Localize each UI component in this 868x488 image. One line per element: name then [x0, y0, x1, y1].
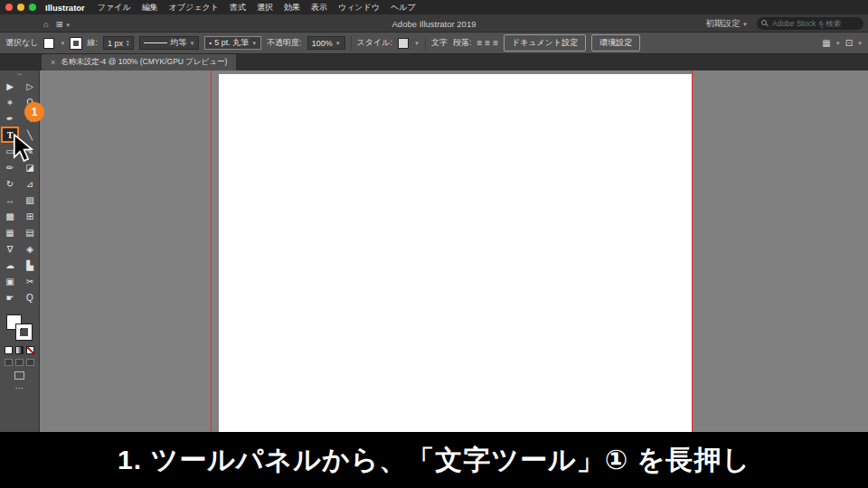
- canvas-area[interactable]: [40, 70, 868, 432]
- menu-effect[interactable]: 効果: [278, 2, 306, 14]
- stroke-proxy-swatch[interactable]: [16, 324, 32, 340]
- instruction-caption: 1. ツールパネルから、「文字ツール」① を長押し: [0, 432, 868, 488]
- document-tab-bar: × 名称未設定-4 @ 100% (CMYK/GPU プレビュー): [0, 54, 868, 70]
- rotate-tool-icon[interactable]: ↻: [1, 175, 19, 192]
- chevron-down-icon: ▼: [251, 41, 257, 46]
- menu-edit[interactable]: 編集: [137, 2, 164, 14]
- paragraph-label[interactable]: 段落:: [453, 37, 472, 49]
- none-button[interactable]: [26, 346, 34, 354]
- menu-file[interactable]: ファイル: [92, 2, 137, 14]
- workspace-panels-icon[interactable]: ⊡: [845, 38, 853, 48]
- graphic-style-swatch[interactable]: [398, 38, 409, 49]
- draw-inside-button[interactable]: [26, 359, 34, 366]
- app-menu-illustrator[interactable]: Illustrator: [45, 3, 85, 13]
- draw-behind-button[interactable]: [15, 359, 24, 366]
- fill-stroke-proxy: [6, 314, 33, 342]
- perspective-grid-tool-icon[interactable]: ⊞: [21, 208, 39, 224]
- chevron-down-icon: ▼: [742, 22, 748, 27]
- fill-color-swatch[interactable]: [43, 38, 54, 49]
- eyedropper-tool-icon[interactable]: ∇: [1, 240, 19, 257]
- selection-status-label: 選択なし: [5, 37, 38, 49]
- close-window-button[interactable]: [5, 4, 13, 11]
- chevron-down-icon: ▼: [857, 41, 863, 46]
- pen-tool-icon[interactable]: ✒: [1, 110, 19, 127]
- opacity-dropdown[interactable]: 100% ▼: [307, 36, 345, 50]
- document-setup-button[interactable]: ドキュメント設定: [504, 34, 586, 52]
- separator: [425, 36, 426, 51]
- guide-line-right: [692, 70, 693, 432]
- stroke-width-stepper[interactable]: ▲▼: [126, 40, 129, 47]
- fill-dropdown-icon[interactable]: ▼: [60, 41, 65, 46]
- document-tab-title: 名称未設定-4 @ 100% (CMYK/GPU プレビュー): [61, 57, 227, 68]
- blend-tool-icon[interactable]: ◈: [21, 240, 39, 257]
- width-tool-icon[interactable]: ↔: [1, 192, 19, 208]
- style-dropdown-icon[interactable]: ▼: [414, 41, 420, 46]
- align-right-icon[interactable]: ≡: [493, 38, 498, 48]
- style-label: スタイル:: [357, 37, 392, 49]
- menu-window[interactable]: ウィンドウ: [333, 2, 385, 14]
- zoom-tool-icon[interactable]: Q: [21, 289, 39, 305]
- minimize-window-button[interactable]: [17, 4, 24, 11]
- stroke-width-field[interactable]: 1 px ▲▼: [103, 36, 134, 50]
- step-1-badge: 1: [24, 102, 44, 122]
- gradient-tool-icon[interactable]: ▤: [21, 224, 39, 240]
- menu-help[interactable]: ヘルプ: [385, 2, 421, 14]
- window-controls: [5, 4, 36, 11]
- stroke-color-swatch[interactable]: [71, 38, 81, 49]
- variable-width-profile-dropdown[interactable]: 均等 ▼: [139, 36, 199, 50]
- menu-view[interactable]: 表示: [306, 2, 333, 14]
- preferences-button[interactable]: 環境設定: [591, 34, 640, 52]
- width-profile-icon: [144, 42, 167, 43]
- magic-wand-tool-icon[interactable]: ✶: [1, 94, 19, 110]
- selection-tool-icon[interactable]: ▶: [1, 78, 19, 94]
- mesh-tool-icon[interactable]: ▦: [1, 224, 19, 240]
- opacity-label: 不透明度:: [267, 37, 302, 49]
- slice-tool-icon[interactable]: ✂: [21, 273, 39, 289]
- document-tab[interactable]: × 名称未設定-4 @ 100% (CMYK/GPU プレビュー): [42, 54, 236, 70]
- symbol-sprayer-tool-icon[interactable]: ☁: [1, 257, 19, 273]
- tools-panel: •• ▶▷✶Ω✒∿T╲▭✎✏◪↻⊿↔▧▩⊞▦▤∇◈☁▙▣✂☛Q ⋯: [0, 70, 40, 432]
- align-center-icon[interactable]: ≡: [485, 38, 490, 48]
- menu-bar: Illustrator ファイル 編集 オブジェクト 書式 選択 効果 表示 ウ…: [0, 0, 868, 14]
- hand-tool-icon[interactable]: ☛: [1, 289, 19, 305]
- adobe-stock-search-input[interactable]: [757, 17, 863, 30]
- tab-close-icon[interactable]: ×: [51, 58, 55, 67]
- direct-selection-tool-icon[interactable]: ▷: [21, 78, 39, 94]
- artboard[interactable]: [219, 74, 692, 432]
- color-button[interactable]: [5, 346, 13, 354]
- chevron-down-icon: ▼: [835, 41, 841, 46]
- graph-tool-icon[interactable]: ▙: [21, 257, 39, 273]
- edit-toolbar-icon[interactable]: ⋯: [0, 383, 39, 393]
- panel-grip[interactable]: ••: [0, 70, 39, 78]
- brush-dot-icon: •: [209, 39, 212, 47]
- application-bar: ⌂ ⊞ ▼ Adobe Illustrator 2019 初期設定 ▼: [0, 14, 868, 33]
- separator: [351, 36, 352, 51]
- chevron-down-icon: ▼: [335, 41, 341, 46]
- arrange-documents-icon[interactable]: ▦: [822, 38, 830, 48]
- brush-definition-dropdown[interactable]: • 5 pt. 丸筆 ▼: [204, 36, 261, 50]
- character-label[interactable]: 文字: [431, 37, 448, 49]
- artboard-tool-icon[interactable]: ▣: [1, 273, 19, 289]
- menu-select[interactable]: 選択: [251, 2, 278, 14]
- mouse-cursor-icon: [13, 134, 34, 164]
- adobe-stock-search: [757, 17, 863, 30]
- stroke-label: 線:: [87, 37, 98, 49]
- menu-object[interactable]: オブジェクト: [164, 2, 224, 14]
- scale-tool-icon[interactable]: ⊿: [21, 175, 39, 192]
- search-icon: [761, 20, 767, 25]
- draw-normal-button[interactable]: [5, 359, 13, 366]
- align-left-icon[interactable]: ≡: [476, 38, 482, 48]
- shape-builder-tool-icon[interactable]: ▩: [1, 208, 19, 224]
- gradient-button[interactable]: [15, 346, 24, 354]
- screen-mode-button[interactable]: [14, 371, 24, 380]
- zoom-window-button[interactable]: [29, 4, 36, 11]
- menu-type[interactable]: 書式: [224, 2, 251, 14]
- free-transform-tool-icon[interactable]: ▧: [21, 192, 39, 208]
- control-bar: 選択なし ▼ 線: 1 px ▲▼ 均等 ▼ • 5 pt. 丸筆 ▼ 不透明度…: [0, 33, 868, 54]
- chevron-down-icon: ▼: [189, 41, 194, 46]
- guide-line-left: [211, 70, 212, 432]
- workspace-switcher[interactable]: 初期設定 ▼: [705, 18, 748, 30]
